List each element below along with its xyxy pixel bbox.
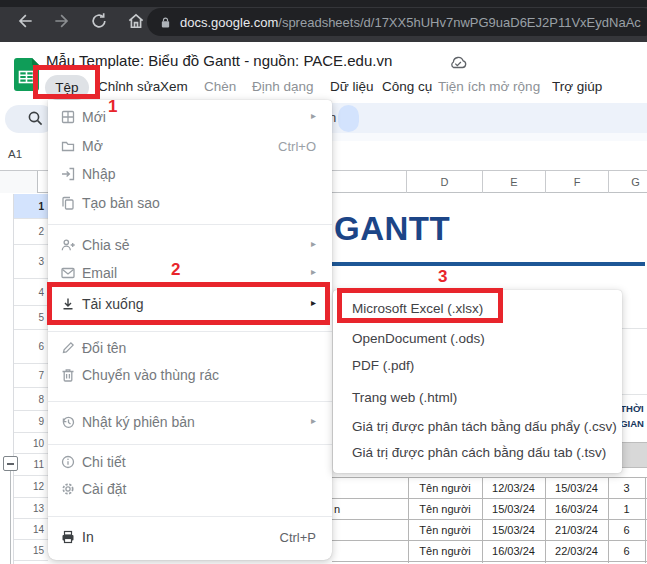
- section-row-band[interactable]: [620, 442, 647, 468]
- row-header-14[interactable]: 14: [14, 519, 48, 540]
- row-group-collapse-button[interactable]: [3, 456, 18, 471]
- row-header-15[interactable]: 15: [14, 540, 48, 561]
- search-icon: [27, 110, 44, 127]
- column-header-E[interactable]: E: [482, 171, 545, 193]
- menubar-item-extensions[interactable]: Tiện ích mở rộng: [438, 79, 540, 94]
- table-row[interactable]: Tên người 16/03/24 22/03/24 6: [332, 541, 647, 562]
- submenu-item-csv[interactable]: Giá trị được phân tách bằng dấu phẩy (.c…: [333, 413, 622, 439]
- cell-owner[interactable]: Tên người: [408, 499, 482, 519]
- cell-duration[interactable]: 3: [608, 478, 645, 498]
- url-domain: docs.google.com: [180, 15, 278, 30]
- row-header-8[interactable]: 8: [14, 388, 48, 411]
- rename-pencil-icon: [60, 340, 76, 356]
- menu-item-rename[interactable]: Đổi tên: [48, 334, 332, 362]
- trash-icon: [60, 367, 76, 383]
- cell-owner[interactable]: Tên người: [408, 478, 482, 498]
- cell-end[interactable]: 16/03/24: [545, 499, 608, 519]
- copy-icon: [60, 195, 76, 211]
- row-header-1[interactable]: 1: [14, 194, 48, 219]
- annotation-box-step1: [33, 65, 100, 99]
- row-header-5[interactable]: 5: [14, 306, 48, 330]
- column-header-G[interactable]: G: [608, 171, 647, 193]
- menubar-item-data[interactable]: Dữ liệu: [330, 79, 374, 94]
- menu-item-move-to-trash[interactable]: Chuyển vào thùng rác: [48, 361, 332, 389]
- cell-end[interactable]: 21/03/24: [545, 520, 608, 540]
- select-all-corner[interactable]: [0, 171, 38, 193]
- row-header-6[interactable]: 6: [14, 330, 48, 364]
- grid-line: [620, 328, 647, 329]
- refresh-icon[interactable]: [89, 11, 109, 31]
- browser-toolbar: docs.google.com/spreadsheets/d/17XX5hUHv…: [0, 0, 647, 42]
- row-header-2[interactable]: 2: [14, 219, 48, 245]
- cell-start[interactable]: 15/03/24: [482, 499, 545, 519]
- menubar-item-help[interactable]: Trợ giúp: [552, 79, 602, 94]
- email-icon: [60, 265, 76, 281]
- menu-item-import[interactable]: Nhập: [48, 160, 332, 188]
- menu-item-make-copy[interactable]: Tạo bản sao: [48, 189, 332, 217]
- menubar-item-insert[interactable]: Chèn: [204, 79, 236, 94]
- folder-icon: [60, 138, 76, 154]
- row-group-gutter-line: [13, 194, 14, 564]
- annotation-box-step2: [47, 282, 330, 325]
- submenu-arrow-icon: ▸: [311, 110, 316, 121]
- gantt-data-table: Tên người 12/03/24 15/03/24 3 Tên người …: [332, 477, 647, 562]
- cell-end[interactable]: 15/03/24: [545, 478, 608, 498]
- back-icon[interactable]: [15, 11, 35, 31]
- menu-item-version-history[interactable]: Nhật ký phiên bản ▸: [48, 408, 332, 436]
- grid-line: [408, 478, 409, 563]
- cell-start[interactable]: 15/03/24: [482, 520, 545, 540]
- menu-divider: [48, 224, 332, 225]
- submenu-item-html[interactable]: Trang web (.html): [333, 384, 622, 410]
- cell-duration[interactable]: 6: [608, 520, 645, 540]
- gantt-title-cell[interactable]: GANTT: [334, 210, 450, 248]
- cloud-saved-icon[interactable]: [448, 54, 468, 70]
- shortcut: Ctrl+O: [278, 139, 316, 154]
- submenu-item-tsv[interactable]: Giá trị được phân cách bằng dấu tab (.ts…: [333, 439, 622, 465]
- row-header-13[interactable]: 13: [14, 498, 48, 519]
- cell-duration[interactable]: 1: [608, 499, 645, 519]
- cell-duration[interactable]: 6: [608, 541, 645, 561]
- annotation-box-step3: [337, 288, 503, 323]
- column-header-D[interactable]: D: [406, 171, 482, 193]
- cell-start[interactable]: 16/03/24: [482, 541, 545, 561]
- row-header-9[interactable]: 9: [14, 411, 48, 433]
- menubar-item-tools[interactable]: Công cụ: [382, 79, 432, 94]
- toolbar-chip[interactable]: [338, 105, 359, 132]
- grid-line: [608, 478, 609, 563]
- name-box[interactable]: A1: [8, 148, 22, 160]
- menubar-item-edit[interactable]: Chỉnh sửa: [98, 79, 160, 94]
- column-header-F[interactable]: F: [545, 171, 608, 193]
- menu-item-details[interactable]: Chi tiết: [48, 448, 332, 476]
- submenu-item-ods[interactable]: OpenDocument (.ods): [333, 325, 622, 351]
- table-row[interactable]: Tên người 15/03/24 16/03/24 1: [332, 499, 647, 520]
- home-icon[interactable]: [126, 11, 146, 31]
- shortcut: Ctrl+P: [280, 530, 316, 545]
- submenu-item-pdf[interactable]: PDF (.pdf): [333, 352, 622, 378]
- toolbar-band-edge: [322, 133, 647, 141]
- address-bar[interactable]: docs.google.com/spreadsheets/d/17XX5hUHv…: [147, 8, 647, 36]
- info-icon: [60, 454, 76, 470]
- row-header-7[interactable]: 7: [14, 364, 48, 388]
- table-row[interactable]: Tên người 15/03/24 21/03/24 6: [332, 520, 647, 541]
- row-header-12[interactable]: 12: [14, 476, 48, 498]
- cell-owner[interactable]: Tên người: [408, 520, 482, 540]
- menu-item-open[interactable]: Mở Ctrl+O: [48, 132, 332, 160]
- row-header-3[interactable]: 3: [14, 245, 48, 279]
- forward-icon[interactable]: [52, 11, 72, 31]
- row-header-10[interactable]: 10: [14, 433, 48, 454]
- grid-line: [620, 394, 647, 395]
- toolbar-band: [322, 103, 647, 133]
- menubar-item-format[interactable]: Định dạng: [252, 79, 314, 94]
- version-history-icon: [60, 414, 76, 430]
- cell-start[interactable]: 12/03/24: [482, 478, 545, 498]
- menu-item-print[interactable]: In Ctrl+P: [48, 523, 332, 551]
- menubar-item-view[interactable]: Xem: [160, 79, 188, 94]
- menu-item-share[interactable]: Chia sẻ ▸: [48, 231, 332, 259]
- menu-item-new[interactable]: Mới ▸: [48, 103, 332, 131]
- cell-owner[interactable]: Tên người: [408, 541, 482, 561]
- menu-item-settings[interactable]: Cài đặt: [48, 475, 332, 503]
- row-header-4[interactable]: 4: [14, 279, 48, 306]
- row-header-11[interactable]: 11: [14, 454, 48, 476]
- cell-end[interactable]: 22/03/24: [545, 541, 608, 561]
- table-row[interactable]: Tên người 12/03/24 15/03/24 3: [332, 478, 647, 499]
